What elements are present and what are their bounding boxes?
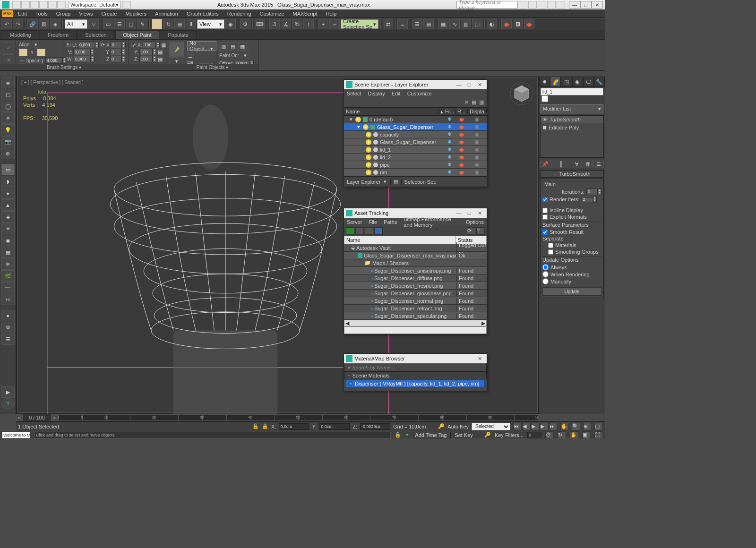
- axis-y[interactable]: Y: [28, 49, 36, 56]
- favorites-icon[interactable]: [547, 1, 556, 9]
- at-tb-2-icon[interactable]: [355, 227, 364, 235]
- bx-input[interactable]: ▲▼: [143, 42, 160, 48]
- rotate-icon[interactable]: ↻: [163, 19, 173, 29]
- new-icon[interactable]: [12, 1, 21, 9]
- tab-objectpaint[interactable]: Object Paint: [115, 30, 160, 39]
- at-menu-paths[interactable]: Paths: [384, 219, 397, 225]
- se-min-icon[interactable]: —: [454, 82, 464, 87]
- prim-tree-icon[interactable]: 🌿: [1, 270, 15, 282]
- signin-icon[interactable]: [528, 1, 537, 9]
- se-row[interactable]: capacity❄🫖▣: [344, 131, 487, 138]
- prim-hi-icon[interactable]: Hi: [1, 294, 15, 305]
- at-row[interactable]: ▫Sugar_Dispenser_diffuse.pngFound: [344, 274, 487, 282]
- search-icon[interactable]: [519, 1, 527, 9]
- time-config-icon[interactable]: ⏱: [545, 431, 554, 439]
- update-always-radio[interactable]: [542, 264, 549, 270]
- bz-input[interactable]: ▲▼: [139, 56, 156, 62]
- nav-2-icon[interactable]: 🔍: [572, 423, 580, 430]
- nav-8-icon[interactable]: ⛶: [594, 431, 603, 439]
- help-icon[interactable]: [557, 1, 565, 9]
- prim-ball-icon[interactable]: ◉: [1, 235, 15, 246]
- se-col-fr[interactable]: Fr...: [443, 109, 455, 114]
- max-badge-icon[interactable]: MAX: [2, 10, 13, 17]
- bind-icon[interactable]: ◈: [50, 19, 60, 29]
- smoothgroups-check[interactable]: [548, 249, 553, 255]
- se-row[interactable]: pipe❄🫖▣: [344, 161, 487, 169]
- key-icon[interactable]: 🔑: [438, 423, 445, 429]
- paint-apply-icon[interactable]: ✓: [3, 42, 14, 53]
- coord-x-input[interactable]: 0,0cm: [279, 423, 309, 430]
- lock2-icon[interactable]: 🔒: [262, 423, 268, 429]
- expand-icon[interactable]: ▶: [1, 386, 15, 398]
- se-layer-icon[interactable]: ▤: [390, 179, 402, 185]
- shapes-icon[interactable]: ◯: [1, 101, 15, 112]
- minimize-button[interactable]: —: [569, 1, 580, 9]
- cmd-modify-icon[interactable]: 🌈: [550, 77, 561, 87]
- se-row[interactable]: lid_2❄🫖▣: [344, 154, 487, 161]
- se-tb-close-icon[interactable]: ✕: [464, 99, 469, 105]
- menu-tools[interactable]: Tools: [32, 10, 52, 17]
- painton-icon[interactable]: ▾: [241, 51, 249, 59]
- se-row[interactable]: ▾Glass_Sugar_Dispenser❄🫖▣: [344, 123, 487, 131]
- spinner-snap-icon[interactable]: ↕: [303, 19, 314, 29]
- fx-icon[interactable]: ✦: [405, 432, 409, 438]
- prim-sphere-icon[interactable]: ●: [1, 188, 15, 199]
- helper-icon[interactable]: ⊕: [1, 148, 15, 159]
- named-sel-dropdown[interactable]: Create Selection Se▾: [341, 19, 378, 29]
- menu-group[interactable]: Group: [52, 10, 75, 17]
- keymode-icon[interactable]: ⌨: [255, 19, 265, 29]
- at-tb-3-icon[interactable]: [365, 227, 373, 235]
- w-input[interactable]: ▲▼: [74, 56, 94, 62]
- help2-icon[interactable]: ?: [1, 398, 15, 410]
- lights-icon[interactable]: ☀: [1, 112, 15, 124]
- at-close-icon[interactable]: ✕: [474, 210, 485, 216]
- at-menu-file[interactable]: File: [369, 219, 377, 225]
- timeline-prev-icon[interactable]: <: [16, 414, 23, 421]
- cmd-hierarchy-icon[interactable]: ◳: [561, 77, 572, 87]
- cmd-motion-icon[interactable]: ◉: [572, 77, 583, 87]
- mmb-search-input[interactable]: ▾Search by Name ...: [344, 363, 487, 372]
- obj-color-icon[interactable]: [541, 95, 548, 102]
- camera-icon[interactable]: 📷: [1, 136, 15, 147]
- materials-check[interactable]: [548, 243, 553, 248]
- explicit-check[interactable]: [542, 214, 548, 220]
- scale-icon[interactable]: ▤: [174, 19, 185, 29]
- link-icon[interactable]: 🔗: [27, 19, 38, 29]
- move-icon[interactable]: ✢: [152, 19, 162, 29]
- mmb-material-item[interactable]: Dispenser ( VRayMtl ) [capacity, lid_1, …: [346, 380, 485, 387]
- box-icon[interactable]: ▢: [1, 89, 15, 100]
- menu-create[interactable]: Create: [97, 10, 120, 17]
- workspace-next-icon[interactable]: [122, 1, 131, 9]
- nav-1-icon[interactable]: ✋: [560, 423, 569, 430]
- at-menu-bitmap[interactable]: Bitmap Performance and Memory: [404, 216, 459, 228]
- rotaxis-icon[interactable]: ⟳: [100, 42, 105, 48]
- project-icon[interactable]: [57, 1, 66, 9]
- menu-views[interactable]: Views: [75, 10, 96, 17]
- workspace-dropdown[interactable]: Workspace: Default▾: [69, 1, 120, 9]
- at-tb-refresh-icon[interactable]: ⟳: [467, 227, 475, 235]
- align-icon[interactable]: ⫠: [397, 19, 408, 29]
- manip-icon[interactable]: ⚙: [240, 19, 250, 29]
- open-icon[interactable]: [21, 1, 30, 9]
- spacing-tool-icon[interactable]: ↔: [19, 57, 25, 64]
- play-icon[interactable]: ▶: [531, 423, 540, 430]
- tab-freeform[interactable]: Freeform: [40, 30, 77, 39]
- save-icon[interactable]: [30, 1, 39, 9]
- menu-customize[interactable]: Customize: [256, 10, 288, 17]
- at-menu-server[interactable]: Server: [347, 219, 362, 225]
- update-render-radio[interactable]: [542, 271, 549, 277]
- teapot-icon[interactable]: [1, 77, 15, 88]
- se-col-dis[interactable]: Displa...: [468, 109, 487, 114]
- config-icon[interactable]: ☰: [593, 160, 604, 168]
- bz-icon[interactable]: ▦: [157, 56, 163, 62]
- autokey-button[interactable]: Auto Key: [447, 424, 469, 429]
- rollout-turbo-head[interactable]: − TurboSmooth: [540, 170, 604, 178]
- unlink-icon[interactable]: ⛓: [39, 19, 49, 29]
- at-row[interactable]: ▫Sugar_Dispenser_normal.pngFound: [344, 297, 487, 305]
- mirror-icon[interactable]: ⇄: [383, 19, 393, 29]
- se-menu-edit[interactable]: Edit: [392, 91, 401, 96]
- by-input[interactable]: ▲▼: [139, 49, 156, 55]
- snaps2d-icon[interactable]: 3: [269, 19, 280, 29]
- lock-icon[interactable]: 🔓: [252, 423, 259, 429]
- pivot-icon[interactable]: ◉: [225, 19, 236, 29]
